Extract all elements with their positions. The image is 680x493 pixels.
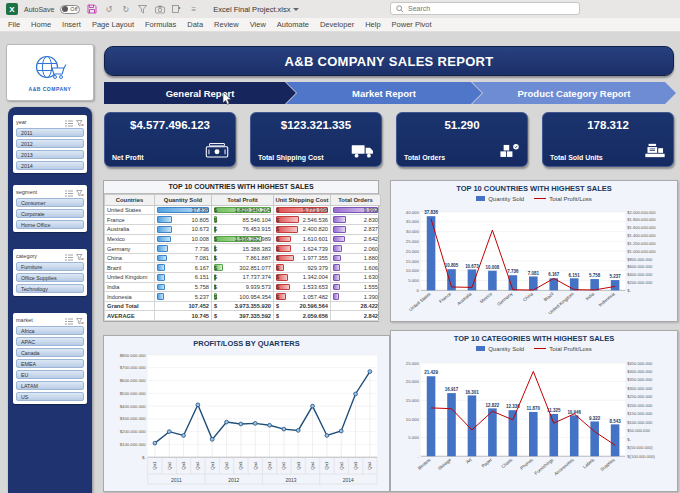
data-bar	[157, 216, 172, 223]
filter-funnel-icon[interactable]	[137, 4, 148, 15]
excel-window: X AutoSave Off ↺ ↻ ≡ Excel Final Project…	[0, 0, 680, 493]
cell-value: 37.836	[192, 207, 209, 213]
kpi-value: 51.290	[397, 119, 527, 131]
svg-text:Mexico: Mexico	[479, 291, 493, 304]
svg-text:Qtr3: Qtr3	[238, 461, 243, 470]
cell-value: 1.977.355	[303, 255, 328, 261]
save-icon[interactable]	[86, 4, 97, 15]
legend-quantity-sold: Quantity Sold	[476, 346, 524, 352]
slicer-item-apac[interactable]: APAC	[16, 337, 84, 346]
cell-value: 7.861.887	[246, 255, 271, 261]
slicer-header: market	[16, 315, 84, 324]
country-name: Brazil	[105, 263, 155, 273]
slicer-item-office-supplies[interactable]: Office Supplies	[16, 273, 84, 282]
menu-file[interactable]: File	[8, 20, 20, 29]
slicer-item-2014[interactable]: 2014	[16, 161, 84, 170]
undo-icon[interactable]: ↺	[103, 4, 114, 15]
slicer-item-latam[interactable]: LATAM	[16, 381, 84, 390]
slicer-header: segment	[16, 187, 84, 196]
data-bar	[157, 284, 165, 291]
cell: $9.939.573	[212, 282, 274, 292]
autosave-toggle[interactable]: Off	[60, 5, 80, 14]
clear-filter-icon[interactable]	[76, 247, 84, 265]
cell: 107.452	[155, 301, 212, 311]
cell-value: 1.610.601	[303, 236, 328, 242]
slicer-title: year	[16, 119, 27, 125]
cell-value: 20.596.564	[300, 303, 328, 309]
cell-value: 2.842	[364, 313, 378, 319]
slicer-item-2013[interactable]: 2013	[16, 150, 84, 159]
search-box[interactable]	[390, 2, 580, 15]
data-bar	[276, 216, 299, 223]
search-input[interactable]	[408, 5, 558, 12]
redo-icon[interactable]: ↻	[120, 4, 131, 15]
data-bar	[333, 226, 346, 233]
new-sheet-icon[interactable]	[171, 4, 182, 15]
slicer-item-home-office[interactable]: Home Office	[16, 220, 84, 229]
currency-symbol: $	[214, 246, 217, 252]
slicer-item-canada[interactable]: Canada	[16, 348, 84, 357]
clear-filter-icon[interactable]	[76, 113, 84, 131]
clear-filter-icon[interactable]	[76, 311, 84, 329]
country-name: United Kingdom	[105, 273, 155, 283]
chart-plot: 25.00020.00015.00010.0005.000-$450.000.0…	[395, 353, 673, 488]
line-swatch	[534, 198, 546, 200]
cell: $5.773.996	[274, 205, 331, 215]
svg-text:Paper: Paper	[481, 457, 494, 469]
slicer-item-corporate[interactable]: Corporate	[16, 209, 84, 218]
multi-select-icon[interactable]	[65, 311, 73, 329]
cell: $2.059.656	[274, 311, 331, 321]
slicer-item-2012[interactable]: 2012	[16, 139, 84, 148]
legend-quantity-sold: Quantity Sold	[476, 196, 524, 202]
cell-value: 1.536.282.989	[235, 236, 271, 242]
menu-data[interactable]: Data	[187, 20, 203, 29]
tab-general-report[interactable]: General Report	[104, 82, 296, 104]
slicer-item-technology[interactable]: Technology	[16, 284, 84, 293]
svg-text:Binders: Binders	[417, 457, 432, 471]
autosave-state: Off	[70, 6, 77, 12]
more-commands-icon[interactable]: ≡	[188, 4, 199, 15]
multi-select-icon[interactable]	[65, 247, 73, 265]
ribbon-menu: FileHomeInsertPage LayoutFormulasDataRev…	[0, 18, 680, 32]
cell: $302.851.077	[212, 263, 274, 273]
kpi-total-shipping-cost: $123.321.335Total Shipping Cost	[250, 112, 382, 167]
currency-symbol: $	[276, 226, 279, 232]
clear-filter-icon[interactable]	[76, 183, 84, 201]
cell: $1.624.739	[274, 244, 331, 254]
menu-insert[interactable]: Insert	[62, 20, 81, 29]
menu-automate[interactable]: Automate	[277, 20, 309, 29]
slicer-item-us[interactable]: US	[16, 392, 84, 401]
table-row-grand-total: Grand Total107.452$3.973.355.920$20.596.…	[105, 301, 381, 311]
menu-page-layout[interactable]: Page Layout	[92, 20, 134, 29]
svg-text:Qtr2: Qtr2	[281, 461, 286, 470]
svg-text:2014: 2014	[343, 478, 354, 483]
camera-icon[interactable]	[154, 4, 165, 15]
bar-swatch	[476, 346, 485, 351]
slicer-item-eu[interactable]: EU	[16, 370, 84, 379]
currency-symbol: $	[276, 246, 279, 252]
svg-text:11.870: 11.870	[527, 406, 541, 411]
slicer-item-emea[interactable]: EMEA	[16, 359, 84, 368]
cell-value: 1.880	[364, 255, 378, 261]
menu-view[interactable]: View	[250, 20, 266, 29]
svg-text:Qtr4: Qtr4	[367, 461, 372, 470]
data-bar	[333, 284, 340, 291]
tab-product-category-report[interactable]: Product Category Report	[472, 82, 676, 104]
cell: $1.533.653	[274, 282, 331, 292]
menu-formulas[interactable]: Formulas	[145, 20, 176, 29]
cell-value: 7.736	[195, 246, 209, 252]
multi-select-icon[interactable]	[65, 183, 73, 201]
table-row-germany: Germany7.736$15.388.383$1.624.7392.060	[105, 244, 381, 254]
table-title: TOP 10 COUNTRIES WITH HIGHEST SALES	[104, 181, 378, 194]
svg-text:$200.000.000: $200.000.000	[627, 280, 653, 285]
multi-select-icon[interactable]	[65, 113, 73, 131]
menu-developer[interactable]: Developer	[320, 20, 354, 29]
menu-help[interactable]: Help	[365, 20, 380, 29]
svg-text:Qtr3: Qtr3	[353, 461, 358, 470]
document-title[interactable]: Excel Final Project.xlsx	[213, 5, 299, 14]
svg-text:$450.000.000: $450.000.000	[627, 361, 653, 366]
menu-power-pivot[interactable]: Power Pivot	[392, 20, 432, 29]
tab-market-report[interactable]: Market Report	[286, 82, 482, 104]
menu-home[interactable]: Home	[31, 20, 51, 29]
menu-review[interactable]: Review	[214, 20, 239, 29]
